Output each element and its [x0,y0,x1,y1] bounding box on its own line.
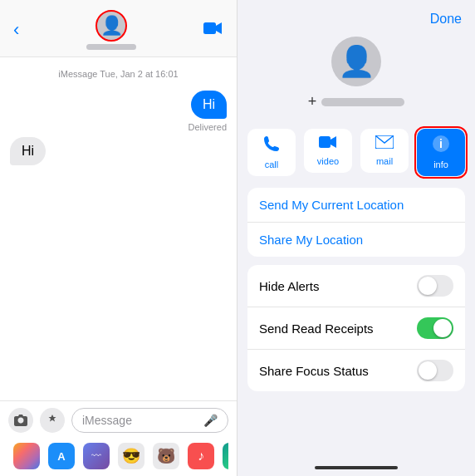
info-icon: i [433,135,449,156]
contact-avatar-large: 👤 [331,37,381,86]
input-placeholder: iMessage [82,414,132,427]
messages-panel: ‹ 👤 iMessage Tue, Jan 2 at 16:01 Hi Deli… [0,0,238,476]
hide-alerts-label: Hide Alerts [259,279,320,293]
dock-vinyl[interactable]: ◉ [223,443,228,469]
messages-header: ‹ 👤 [0,0,237,57]
contact-name-blur [86,44,136,50]
info-btn-wrapper: i info [417,129,465,176]
video-btn-wrapper: video [304,129,352,176]
toggle-knob [419,277,437,295]
svg-rect-0 [203,22,216,34]
send-read-receipts-label: Send Read Receipts [259,321,374,336]
share-location-row[interactable]: Share My Location [247,223,465,257]
bottom-dock: A 〰 😎 🐻 ♪ ◉ [8,439,228,469]
mail-icon [375,135,394,153]
dock-photos[interactable] [13,443,40,469]
message-input[interactable]: iMessage 🎤 [71,408,228,433]
avatar-circle: 👤 [95,10,127,42]
toggle-knob-3 [419,361,437,380]
back-button[interactable]: ‹ [13,19,19,41]
video-button[interactable]: video [304,129,352,173]
message-timestamp: iMessage Tue, Jan 2 at 16:01 [0,69,237,79]
done-button[interactable]: Done [430,12,462,27]
contact-section: 👤 + [238,33,475,122]
dock-memoji[interactable]: 😎 [118,443,144,469]
appstore-button[interactable] [40,408,65,433]
dock-wave[interactable]: 〰 [83,443,110,469]
call-btn-wrapper: call [247,129,296,176]
action-buttons-row: call video [238,122,475,188]
call-label: call [265,159,279,169]
person-icon: 👤 [100,15,123,37]
info-button[interactable]: i info [417,129,465,176]
share-focus-status-label: Share Focus Status [259,364,369,378]
svg-text:i: i [439,137,443,150]
outgoing-bubble: Hi [191,91,227,119]
mail-label: mail [376,156,393,166]
info-label: info [433,159,448,169]
share-focus-status-row: Share Focus Status [247,350,465,391]
contact-avatar-header[interactable]: 👤 [86,10,136,50]
message-input-area: iMessage 🎤 A 〰 😎 🐻 ♪ ◉ [0,400,237,476]
dock-appstore[interactable]: A [48,443,75,469]
add-contact-plus[interactable]: + [308,93,317,110]
mail-btn-wrapper: mail [360,129,409,176]
mic-icon: 🎤 [203,414,218,427]
right-header: Done [238,0,475,33]
incoming-bubble: Hi [10,137,46,165]
send-read-receipts-row: Send Read Receipts [247,307,465,350]
contact-person-icon: 👤 [338,44,375,79]
location-section: Send My Current Location Share My Locati… [247,188,465,257]
input-row: iMessage 🎤 [8,408,228,433]
mail-button[interactable]: mail [360,129,409,173]
messages-area: Hi Delivered Hi [0,84,237,400]
contact-name-redacted [321,98,404,106]
call-button[interactable]: call [247,129,296,176]
home-bar [315,466,398,469]
dock-emoji2[interactable]: 🐻 [153,443,179,469]
send-location-row[interactable]: Send My Current Location [247,188,465,223]
send-read-receipts-toggle[interactable] [417,317,453,339]
settings-section: Hide Alerts Send Read Receipts Share Foc… [247,265,465,391]
share-focus-status-toggle[interactable] [417,360,453,381]
phone-icon [263,135,280,156]
hide-alerts-row: Hide Alerts [247,265,465,307]
camera-button[interactable] [8,408,33,433]
contact-info-panel: Done 👤 + call [238,0,475,476]
contact-name-row: + [308,93,405,110]
home-indicator [238,400,475,476]
video-icon [319,135,337,153]
toggle-knob-2 [433,319,452,337]
delivered-label: Delivered [189,122,227,132]
svg-rect-1 [319,136,331,148]
dock-music[interactable]: ♪ [188,443,214,469]
video-call-button[interactable] [203,21,223,40]
video-label: video [317,156,339,166]
hide-alerts-toggle[interactable] [417,275,453,297]
